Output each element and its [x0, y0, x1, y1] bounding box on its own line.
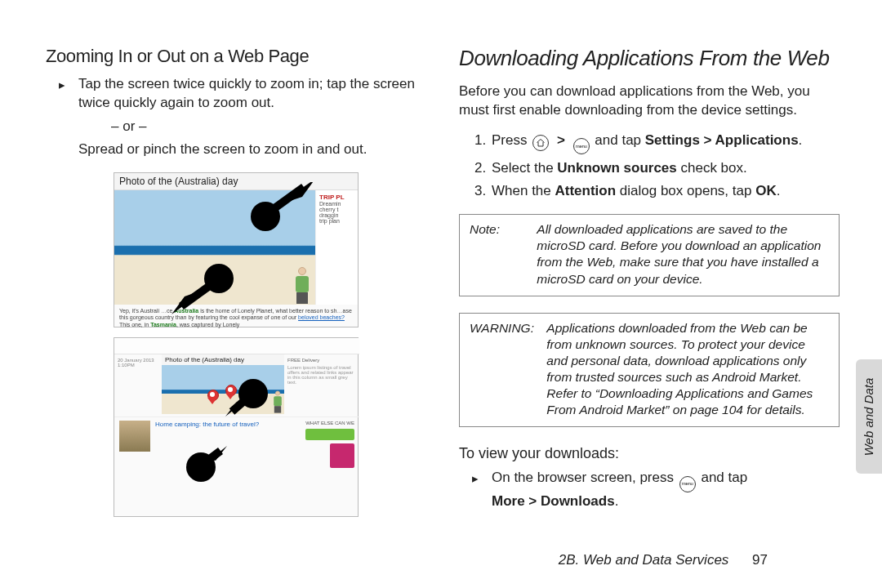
person-icon — [294, 267, 310, 303]
step1-end: . — [799, 132, 803, 148]
figure-spread: Photo of the (Australia) day TRIP PL Dre… — [114, 172, 359, 327]
step-2: Select the Unknown sources check box. — [490, 159, 840, 178]
fig1-caption: Yep, it's Australi …ce Australia is the … — [114, 305, 358, 333]
fig2-beach — [162, 365, 284, 414]
fig2-photo-cell: Photo of the (Australia) day — [162, 354, 284, 416]
note-text: All downloaded applications are saved to… — [537, 221, 827, 287]
view-a: On the browser screen, press — [492, 470, 678, 485]
step3-d: OK — [755, 183, 777, 198]
fig1-side-column: TRIP PL Dreamin cherry t draggin trip pl… — [315, 190, 358, 305]
view-downloads-item: On the browser screen, press menu and ta… — [475, 469, 840, 510]
warning-label: WARNING: — [470, 320, 543, 336]
fig2-header — [114, 338, 359, 354]
figure-pinch: 20 January 2013 1:10PM Photo of the (Aus… — [114, 337, 359, 517]
zoom-bullet-1-text: Tap the screen twice quickly to zoom in;… — [78, 76, 415, 110]
green-cta-button — [305, 429, 354, 440]
zoom-heading: Zooming In or Out on a Web Page — [46, 46, 426, 67]
home-icon — [532, 135, 549, 151]
note-box: Note: All downloaded applications are sa… — [459, 214, 840, 296]
step2-b: Unknown sources — [557, 160, 676, 176]
fig1-photo-area: TRIP PL Dreamin cherry t draggin trip pl… — [114, 190, 358, 305]
download-intro: Before you can download applications fro… — [459, 82, 840, 120]
map-pin-icon — [225, 385, 235, 399]
step-1: Press > menu and tap Settings > Applicat… — [490, 131, 840, 154]
fig1-side-lines: Dreamin cherry t draggin trip plan — [319, 201, 354, 224]
step2-a: Select the — [492, 160, 557, 176]
page-footer: 2B. Web and Data Services 97 — [559, 552, 768, 568]
view-b: and tap — [701, 470, 747, 485]
footer-section: 2B. Web and Data Services — [559, 552, 729, 568]
camp-subhdr: WHAT ELSE CAN WE — [305, 421, 354, 425]
zoom-body: Tap the screen twice quickly to zoom in;… — [46, 75, 426, 163]
cap-pre: Yep, it's Australi — [119, 308, 159, 314]
step1-bold: Settings > Applications — [645, 132, 799, 148]
step2-c: check box. — [677, 160, 747, 176]
warning-text: Applications downloaded from the Web can… — [546, 320, 827, 419]
download-heading: Downloading Applications From the Web — [459, 46, 840, 71]
step1-mid: and tap — [595, 132, 644, 148]
left-column: Zooming In or Out on a Web Page Tap the … — [46, 46, 426, 549]
note-label: Note: — [470, 221, 533, 238]
camping-thumb — [119, 421, 150, 452]
side-tab-label: Web and Data — [862, 377, 876, 456]
step3-b: Attention — [555, 183, 617, 198]
footer-page-number: 97 — [752, 552, 768, 568]
view-c: More > Downloads — [492, 493, 615, 509]
cap-hl1: Australia — [174, 308, 198, 314]
page: Zooming In or Out on a Web Page Tap the … — [0, 0, 882, 588]
fig2-lower-row: Home camping: the future of travel? WHAT… — [114, 416, 359, 516]
fig2-photo-caption: Photo of the (Australia) day — [162, 354, 284, 365]
download-steps: Press > menu and tap Settings > Applicat… — [459, 131, 840, 207]
cap-post: This one, in — [119, 322, 150, 327]
fig2-right-col: FREE Delivery Lorem ipsum listings of tr… — [284, 354, 359, 416]
menu-icon: menu — [573, 138, 590, 154]
side-tab: Web and Data — [856, 359, 882, 474]
person-icon — [273, 391, 283, 412]
free-delivery-badge: FREE Delivery — [287, 358, 319, 363]
step3-e: . — [777, 183, 781, 198]
zoom-figures: Photo of the (Australia) day TRIP PL Dre… — [46, 172, 426, 549]
step1-pre: Press — [492, 132, 531, 148]
or-divider: – or – — [78, 118, 426, 136]
map-pin-icon — [207, 390, 217, 404]
cap-link: beloved beaches? — [298, 314, 345, 320]
step3-c: dialog box opens, tap — [616, 183, 755, 198]
pink-product-thumb — [330, 443, 354, 468]
trip-header: TRIP PL — [319, 194, 354, 201]
menu-icon: menu — [679, 476, 696, 492]
fig1-titlebar: Photo of the (Australia) day — [114, 173, 358, 190]
cap-end: , was captured by Lonely — [176, 322, 239, 327]
fig2-lower-text: Home camping: the future of travel? — [155, 421, 259, 513]
fig1-beach — [114, 190, 315, 305]
warning-box: WARNING: Applications downloaded from th… — [459, 313, 840, 428]
step-3: When the Attention dialog box opens, tap… — [490, 182, 840, 201]
cap-hl2: Tasmania — [150, 322, 176, 327]
step3-a: When the — [492, 183, 555, 198]
cap-mid: is the home of Lonely Planet, what bette… — [198, 308, 336, 314]
view-downloads-heading: To view your downloads: — [459, 445, 840, 462]
gt-icon: > — [557, 132, 565, 148]
zoom-bullet-1b-text: Spread or pinch the screen to zoom in an… — [78, 141, 367, 157]
zoom-bullet-1: Tap the screen twice quickly to zoom in;… — [62, 75, 426, 159]
fig2-left-meta: 20 January 2013 1:10PM — [114, 354, 162, 416]
view-d: . — [615, 493, 619, 509]
view-downloads-list: On the browser screen, press menu and ta… — [459, 469, 840, 514]
right-column: Downloading Applications From the Web Be… — [459, 46, 840, 549]
